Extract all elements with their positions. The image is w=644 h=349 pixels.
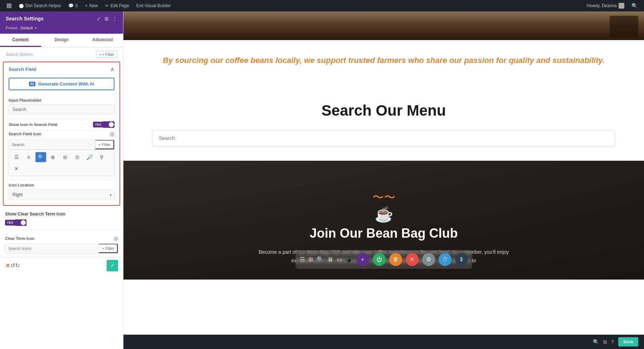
ft-monitor-icon[interactable]: 🖥 — [327, 256, 333, 263]
icon-search-alt[interactable]: 🔎 — [84, 152, 95, 162]
ft-add-button[interactable]: + — [356, 253, 369, 266]
clear-toggle-row: YES — [5, 219, 118, 226]
icon-search-magnifier[interactable]: 🔍 — [35, 152, 46, 162]
main-content: By sourcing our coffee beans locally, we… — [123, 11, 644, 349]
confirm-button[interactable]: ✓ — [107, 260, 118, 271]
icon-search-input[interactable] — [9, 141, 95, 149]
toggle-yes-label: YES — [93, 122, 103, 127]
icon-list-1[interactable]: ☰ — [11, 152, 22, 162]
preset-label: Preset: — [6, 26, 18, 30]
icon-list-2[interactable]: ≡ — [23, 152, 34, 162]
show-icon-toggle[interactable]: YES — [93, 121, 114, 128]
redo-button[interactable]: ↻ — [15, 262, 20, 269]
admin-bar: ⊞ ⬤ Divi Search Helper 💬 0 + New ✏ Edit … — [0, 0, 644, 11]
search-options-label: Search Options — [6, 52, 33, 57]
icon-search-dash[interactable]: ⚲ — [96, 152, 107, 162]
icon-filter-plus: + — [98, 142, 101, 147]
icon-close-small[interactable]: ✕ — [11, 164, 22, 174]
wordpress-icon: ⬤ — [19, 3, 24, 8]
toggle-slider[interactable] — [103, 121, 114, 128]
avatar — [619, 3, 624, 9]
coffee-cup-symbol: ☕ — [375, 206, 393, 223]
admin-search-icon[interactable]: 🔍 — [628, 3, 641, 9]
icon-target-icon[interactable]: ◎ — [110, 131, 114, 137]
sidebar-bottom-toolbar: ✕ ↺ ↻ ✓ — [0, 257, 123, 273]
ft-close-button[interactable]: ✕ — [406, 253, 419, 266]
clear-toggle-knob — [21, 220, 26, 225]
pencil-icon: ✏ — [105, 3, 109, 8]
icon-location-label: Icon Location — [9, 183, 114, 187]
toggle-knob — [109, 122, 114, 127]
preset-value: Default — [20, 26, 33, 30]
icon-location-select[interactable]: Left Right — [9, 189, 114, 200]
search-menu-section: Search Our Menu — [123, 81, 644, 161]
search-options-row: Search Options + + Filter — [0, 47, 123, 62]
filter-button[interactable]: + + Filter — [96, 51, 117, 58]
ft-hamburger-icon[interactable]: ☰ — [300, 256, 305, 263]
more-options-icon[interactable]: ⋮ — [112, 16, 117, 21]
icon-picker-label: Search Field Icon — [9, 132, 41, 136]
ft-settings-button[interactable]: ⚙ — [422, 253, 435, 266]
ft-tablet-icon[interactable]: ▭ — [337, 256, 342, 263]
clear-term-target-icon[interactable]: ◎ — [114, 236, 118, 241]
input-placeholder-field[interactable] — [9, 105, 114, 115]
sidebar-title: Search Settings — [6, 16, 44, 21]
bean-bag-section: 〜〜 ☕ Join Our Bean Bag Club Become a par… — [123, 161, 644, 280]
bt-layers-icon[interactable]: ⧉ — [603, 339, 607, 345]
ft-mobile-icon[interactable]: 📱 — [346, 256, 353, 263]
clear-term-icon-label: Clear Term Icon — [5, 236, 34, 241]
icon-location-section: Icon Location Left Right ▾ — [4, 180, 119, 205]
edit-page-link[interactable]: ✏ Edit Page — [102, 0, 133, 11]
coffee-cup-icon: 〜〜 ☕ — [372, 189, 395, 223]
input-placeholder-label: Input Placeholder — [9, 98, 114, 102]
clear-toggle-slider[interactable] — [15, 219, 26, 226]
wp-icon: ⊞ — [6, 2, 12, 10]
ft-grid-icon[interactable]: ⊞ — [308, 256, 313, 263]
steam-icon: 〜〜 — [372, 191, 395, 204]
sidebar-tabs: Content Design Advanced — [0, 34, 123, 47]
tab-content[interactable]: Content — [0, 34, 41, 47]
save-button[interactable]: Save — [618, 337, 638, 346]
bt-help-icon[interactable]: ? — [611, 339, 614, 345]
settings-sidebar: Search Settings ⤢ ⊞ ⋮ Preset: Default ▾ … — [0, 11, 123, 349]
search-field-section-header[interactable]: Search Field ∧ — [4, 62, 119, 76]
exit-visual-builder-link[interactable]: Exit Visual Builder — [133, 0, 175, 11]
search-field-title: Search Field — [9, 67, 36, 72]
new-link[interactable]: + New — [82, 0, 102, 11]
user-greeting: Howdy, Deanna — [583, 3, 628, 9]
icon-zoom-reset[interactable]: ⊙ — [72, 152, 83, 162]
icon-zoom-in[interactable]: ⊕ — [48, 152, 58, 162]
builder-bottom-toolbar: 🔍 ⧉ ? Save — [123, 335, 644, 349]
ft-trash-button[interactable]: 🗑 — [389, 253, 402, 266]
fullscreen-icon[interactable]: ⤢ — [97, 16, 101, 21]
divi-search-helper-link[interactable]: ⬤ Divi Search Helper — [15, 0, 65, 11]
tab-design[interactable]: Design — [41, 34, 82, 47]
icon-zoom-out[interactable]: ⊖ — [60, 152, 70, 162]
comments-link[interactable]: 💬 0 — [65, 0, 82, 11]
tab-advanced[interactable]: Advanced — [82, 34, 123, 47]
input-placeholder-group: Input Placeholder — [4, 95, 119, 118]
ai-icon: AI — [29, 82, 35, 86]
preset-arrow-icon[interactable]: ▾ — [35, 26, 37, 30]
ft-search-icon[interactable]: 🔍 — [317, 256, 324, 263]
clear-icon-filter-btn[interactable]: + Filter — [99, 244, 118, 253]
icon-filter-button[interactable]: + Filter — [95, 140, 114, 149]
ft-power-button[interactable]: ⏻ — [373, 253, 386, 266]
discard-button[interactable]: ✕ — [5, 262, 10, 270]
collapse-icon[interactable]: ∧ — [110, 66, 114, 73]
floating-section-toolbar: ☰ ⊞ 🔍 🖥 ▭ 📱 + ⏻ 🗑 ✕ ⚙ ⏱ ⇕ — [296, 250, 472, 269]
generate-ai-button[interactable]: AI Generate Content With AI — [9, 78, 114, 90]
search-field-section: Search Field ∧ AI Generate Content With … — [3, 62, 120, 206]
bean-bag-title: Join Our Bean Bag Club — [309, 226, 458, 241]
clear-toggle[interactable]: YES — [5, 219, 26, 226]
show-icon-toggle-row: Show Icon In Search Field YES — [4, 118, 119, 131]
clear-term-icon-group: Clear Term Icon ◎ + Filter — [0, 233, 123, 257]
ft-history-button[interactable]: ⏱ — [439, 253, 452, 266]
bt-search-icon[interactable]: 🔍 — [593, 339, 599, 345]
undo-button[interactable]: ↺ — [10, 262, 15, 269]
clear-icon-search-input[interactable] — [5, 244, 99, 252]
wp-logo[interactable]: ⊞ — [3, 0, 15, 11]
search-menu-input[interactable] — [152, 130, 615, 146]
ft-adjust-button[interactable]: ⇕ — [455, 253, 468, 266]
columns-icon[interactable]: ⊞ — [104, 16, 109, 21]
